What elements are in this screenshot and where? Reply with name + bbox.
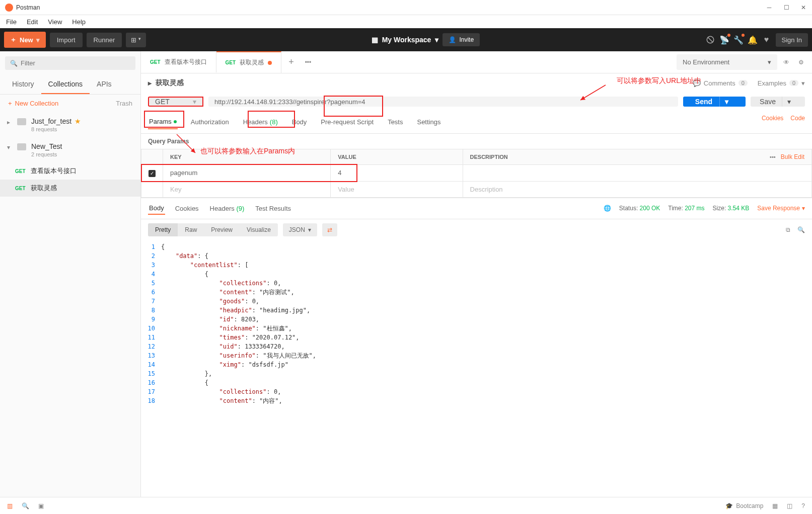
request-item[interactable]: GET 查看版本号接口 bbox=[0, 162, 140, 180]
chevron-right-icon: ▸ bbox=[7, 119, 12, 126]
sync-off-icon[interactable] bbox=[705, 35, 715, 45]
search-icon[interactable]: 🔍 bbox=[797, 226, 805, 233]
cell-desc[interactable] bbox=[463, 165, 811, 182]
sub-tab-prerequest[interactable]: Pre-request Script bbox=[320, 115, 375, 129]
cell-desc-placeholder[interactable]: Description bbox=[463, 181, 811, 197]
sub-tab-authorization[interactable]: Authorization bbox=[190, 115, 230, 129]
filter-input[interactable] bbox=[21, 59, 130, 67]
size-label: Size: bbox=[713, 205, 726, 212]
collection-meta: 8 requests bbox=[31, 126, 133, 132]
bootcamp-button[interactable]: 🎓 Bootcamp bbox=[725, 502, 763, 509]
chevron-down-icon: ▾ bbox=[138, 36, 141, 44]
resp-tab-test-results[interactable]: Test Results bbox=[254, 203, 292, 214]
invite-button[interactable]: 👤 Invite bbox=[442, 33, 480, 46]
view-raw[interactable]: Raw bbox=[178, 223, 204, 236]
sidebar-tab-apis[interactable]: APIs bbox=[90, 75, 119, 94]
panels-icon[interactable]: ▦ bbox=[772, 502, 778, 509]
eye-icon[interactable]: 👁 bbox=[780, 56, 792, 69]
sub-tab-label: Params bbox=[149, 118, 172, 125]
resp-tab-body[interactable]: Body bbox=[148, 202, 165, 215]
new-button[interactable]: ＋ New ▾ bbox=[4, 32, 46, 48]
resp-tab-headers[interactable]: Headers (9) bbox=[209, 203, 246, 214]
resp-tab-cookies[interactable]: Cookies bbox=[174, 203, 200, 214]
format-selector[interactable]: JSON ▾ bbox=[283, 223, 317, 236]
url-input[interactable] bbox=[214, 98, 672, 106]
comments-button[interactable]: 💬 Comments 0 bbox=[693, 79, 748, 87]
sub-tab-settings[interactable]: Settings bbox=[416, 115, 441, 129]
environment-label: No Environment bbox=[683, 58, 729, 66]
cookies-link[interactable]: Cookies bbox=[762, 115, 783, 129]
view-preview[interactable]: Preview bbox=[204, 223, 240, 236]
response-body[interactable]: 1{2 "data": {3 "contentlist": [4 {5 "col… bbox=[141, 240, 812, 497]
open-new-button[interactable]: ⊞▾ bbox=[126, 33, 146, 47]
cell-value[interactable]: 4 bbox=[331, 165, 463, 182]
chevron-down-icon: ▾ bbox=[308, 226, 311, 233]
import-button[interactable]: Import bbox=[50, 33, 83, 47]
view-pretty[interactable]: Pretty bbox=[148, 223, 178, 236]
wrap-lines-icon[interactable]: ⇄ bbox=[322, 223, 337, 236]
signin-button[interactable]: Sign In bbox=[776, 33, 808, 47]
request-item[interactable]: GET 获取灵感 bbox=[0, 180, 140, 197]
help-icon[interactable]: ? bbox=[801, 502, 805, 509]
menu-view[interactable]: View bbox=[46, 17, 64, 27]
sub-tab-headers[interactable]: Headers (8) bbox=[242, 115, 279, 129]
request-name-area[interactable]: ▸ 获取灵感 bbox=[148, 78, 184, 88]
satellite-icon[interactable]: 📡 bbox=[719, 35, 729, 45]
new-collection-button[interactable]: + New Collection bbox=[8, 100, 58, 107]
format-value: JSON bbox=[289, 226, 305, 233]
sub-tab-body[interactable]: Body bbox=[291, 115, 308, 129]
window-minimize-icon[interactable]: ─ bbox=[766, 4, 773, 11]
cell-key-placeholder[interactable]: Key bbox=[163, 181, 331, 197]
runner-button[interactable]: Runner bbox=[87, 33, 122, 47]
globe-icon[interactable]: 🌐 bbox=[604, 205, 611, 212]
save-button[interactable]: Save ▾ bbox=[751, 97, 805, 107]
bulk-edit-button[interactable]: Bulk Edit bbox=[781, 153, 804, 160]
menu-file[interactable]: File bbox=[4, 17, 19, 27]
workspace-selector[interactable]: ▦ My Workspace ▾ bbox=[372, 36, 439, 44]
chevron-right-icon: ▸ bbox=[148, 79, 152, 87]
wrench-icon[interactable]: 🔧 bbox=[733, 35, 744, 45]
tab-name: 获取灵感 bbox=[240, 58, 264, 67]
collection-item[interactable]: ▾ New_Test 2 requests bbox=[0, 137, 140, 162]
url-input-wrap[interactable] bbox=[208, 97, 678, 107]
table-row[interactable]: ✓ pagenum 4 bbox=[141, 165, 812, 182]
gear-icon[interactable]: ⚙ bbox=[795, 56, 807, 69]
window-close-icon[interactable]: ✕ bbox=[800, 4, 807, 11]
sub-tab-tests[interactable]: Tests bbox=[387, 115, 404, 129]
more-icon[interactable]: ••• bbox=[770, 154, 776, 160]
collection-item[interactable]: ▸ Just_for_test★ 8 requests bbox=[0, 112, 140, 137]
code-link[interactable]: Code bbox=[790, 115, 805, 129]
copy-icon[interactable]: ⧉ bbox=[786, 226, 790, 233]
view-visualize[interactable]: Visualize bbox=[240, 223, 278, 236]
request-tab[interactable]: GET 查看版本号接口 bbox=[141, 52, 216, 72]
method-selector[interactable]: GET ▾ bbox=[148, 97, 203, 107]
window-maximize-icon[interactable]: ☐ bbox=[783, 4, 790, 11]
checkbox-checked-icon[interactable]: ✓ bbox=[149, 170, 156, 177]
menu-help[interactable]: Help bbox=[70, 17, 88, 27]
save-response-button[interactable]: Save Response ▾ bbox=[757, 205, 805, 212]
trash-button[interactable]: Trash bbox=[116, 100, 132, 107]
sub-tab-params[interactable]: Params bbox=[148, 115, 178, 129]
filter-input-wrap[interactable]: 🔍 bbox=[5, 56, 135, 70]
cell-key[interactable]: pagenum bbox=[163, 165, 331, 182]
tab-overflow-button[interactable]: ••• bbox=[301, 54, 316, 71]
request-tab[interactable]: GET 获取灵感 bbox=[216, 51, 282, 73]
console-icon[interactable]: ▣ bbox=[38, 502, 44, 509]
chevron-down-icon[interactable]: ▾ bbox=[719, 97, 733, 107]
split-icon[interactable]: ◫ bbox=[787, 502, 792, 509]
menu-edit[interactable]: Edit bbox=[25, 17, 40, 27]
heart-icon[interactable]: ♥ bbox=[762, 35, 772, 45]
bell-icon[interactable]: 🔔 bbox=[748, 35, 758, 45]
sidebar-toggle-icon[interactable]: ▥ bbox=[7, 502, 13, 509]
cell-value-placeholder[interactable]: Value bbox=[331, 181, 463, 197]
response-tabs: Body Cookies Headers (9) Test Results 🌐 … bbox=[141, 198, 812, 219]
find-icon[interactable]: 🔍 bbox=[22, 502, 29, 509]
chevron-down-icon[interactable]: ▾ bbox=[782, 97, 796, 107]
environment-selector[interactable]: No Environment ▾ bbox=[677, 54, 777, 70]
examples-button[interactable]: Examples 0 ▾ bbox=[758, 79, 805, 87]
add-tab-button[interactable]: + bbox=[281, 52, 301, 72]
table-row-add[interactable]: Key Value Description bbox=[141, 181, 812, 197]
send-button[interactable]: Send ▾ bbox=[683, 97, 746, 107]
sidebar-tab-collections[interactable]: Collections bbox=[41, 75, 90, 94]
sidebar-tab-history[interactable]: History bbox=[5, 75, 41, 94]
